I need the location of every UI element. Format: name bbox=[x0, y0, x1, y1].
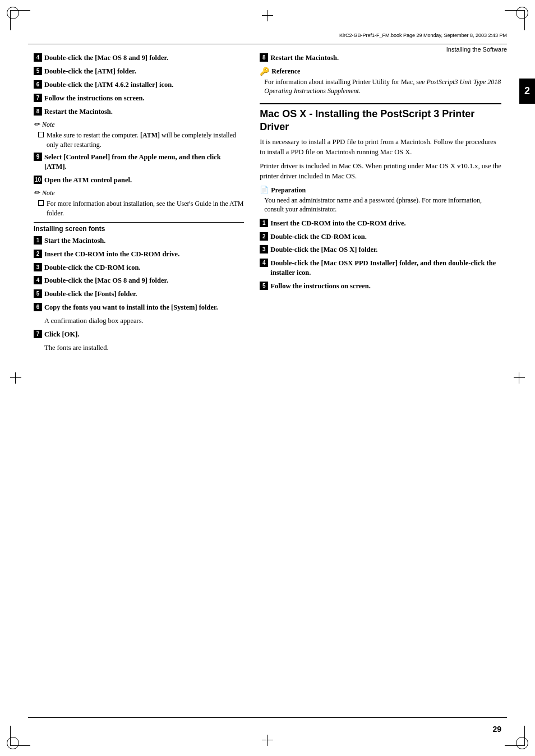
right-column: 8 Restart the Macintosh. 🔑 Reference For… bbox=[260, 53, 501, 357]
main-content: 4 Double-click the [Mac OS 8 and 9] fold… bbox=[34, 53, 501, 711]
bottom-rule bbox=[28, 717, 507, 718]
preparation-box: 📄 Preparation You need an administrator … bbox=[260, 186, 501, 214]
note-text-1: Make sure to restart the computer. [ATM]… bbox=[47, 131, 244, 149]
sf-step-num-2: 2 bbox=[34, 250, 42, 258]
step-text-4: Double-click the [Mac OS 8 and 9] folder… bbox=[44, 53, 168, 63]
doc-icon: 📄 bbox=[260, 186, 269, 195]
chapter-tab: 2 bbox=[519, 79, 535, 104]
left-column: 4 Double-click the [Mac OS 8 and 9] fold… bbox=[34, 53, 244, 357]
page: KirC2-GB-Pref1-F_FM.book Page 29 Monday,… bbox=[0, 0, 535, 756]
r-step-text-4: Double-click the [Mac OSX PPD Installer]… bbox=[270, 259, 501, 278]
note-label-2: Note bbox=[42, 189, 55, 197]
step-text-6: Double-click the [ATM 4.6.2 installer] i… bbox=[44, 80, 173, 90]
r-step-num-5: 5 bbox=[260, 282, 268, 290]
page-number: 29 bbox=[492, 725, 501, 734]
step-num-4: 4 bbox=[34, 53, 42, 62]
note-item-1: Make sure to restart the computer. [ATM]… bbox=[38, 131, 244, 149]
reference-box: 🔑 Reference For information about instal… bbox=[260, 67, 501, 95]
step-num-5: 5 bbox=[34, 67, 42, 75]
intro-para-2: Printer driver is included in Mac OS. Wh… bbox=[260, 162, 501, 181]
step-text-7: Follow the instructions on screen. bbox=[44, 94, 145, 103]
circle-mark-tl bbox=[7, 7, 19, 19]
sf-step-num-4: 4 bbox=[34, 276, 42, 284]
step-4: 4 Double-click the [Mac OS 8 and 9] fold… bbox=[34, 53, 244, 63]
section-heading: Mac OS X - Installing the PostScript 3 P… bbox=[260, 103, 501, 133]
note-label-1: Note bbox=[42, 121, 55, 129]
note-checkbox-2 bbox=[38, 200, 44, 206]
circle-mark-br bbox=[516, 737, 528, 749]
r-step-3: 3 Double-click the [Mac OS X] folder. bbox=[260, 245, 501, 255]
step-num-10: 10 bbox=[34, 176, 42, 184]
step-5: 5 Double-click the [ATM] folder. bbox=[34, 67, 244, 76]
step-num-6: 6 bbox=[34, 80, 42, 89]
sf-step-5: 5 Double-click the [Fonts] folder. bbox=[34, 289, 244, 299]
step-text-8: Restart the Macintosh. bbox=[44, 107, 113, 117]
step-num-7: 7 bbox=[34, 94, 42, 102]
circle-mark-tr bbox=[516, 7, 528, 19]
step-6: 6 Double-click the [ATM 4.6.2 installer]… bbox=[34, 80, 244, 90]
step-text-5: Double-click the [ATM] folder. bbox=[44, 67, 136, 76]
sf-step-text-4: Double-click the [Mac OS 8 and 9] folder… bbox=[44, 276, 168, 285]
r-step-num-1: 1 bbox=[260, 219, 268, 227]
step-num-9: 9 bbox=[34, 153, 42, 161]
sf-step-text-1: Start the Macintosh. bbox=[44, 236, 105, 246]
file-info: KirC2-GB-Pref1-F_FM.book Page 29 Monday,… bbox=[339, 33, 507, 38]
r-step-num-2: 2 bbox=[260, 232, 268, 241]
r-step-text-1: Insert the CD-ROM into the CD-ROM drive. bbox=[270, 219, 405, 228]
sf-step-text-3: Double-click the CD-ROM icon. bbox=[44, 263, 141, 273]
left-center-crosshair bbox=[10, 372, 21, 384]
screen-fonts-subheader: Installing screen fonts bbox=[34, 225, 244, 233]
sf-step-num-7: 7 bbox=[34, 330, 42, 338]
prep-title: 📄 Preparation bbox=[260, 186, 501, 195]
sf-step-num-3: 3 bbox=[34, 263, 42, 271]
step-8: 8 Restart the Macintosh. bbox=[34, 107, 244, 117]
r-step-text-8: Restart the Macintosh. bbox=[270, 53, 339, 63]
r-step-8: 8 Restart the Macintosh. bbox=[260, 53, 501, 63]
right-center-crosshair bbox=[514, 372, 525, 384]
note-title-1: ✏ Note bbox=[34, 120, 244, 129]
sf-step-6-sub: A confirmation dialog box appears. bbox=[44, 316, 244, 326]
r-step-num-8: 8 bbox=[260, 53, 268, 62]
key-icon: 🔑 bbox=[260, 67, 269, 76]
note-item-2: For more information about installation,… bbox=[38, 199, 244, 217]
reference-text: For information about installing Printer… bbox=[264, 77, 501, 95]
r-step-num-3: 3 bbox=[260, 245, 268, 253]
step-num-8: 8 bbox=[34, 107, 42, 116]
sf-step-text-5: Double-click the [Fonts] folder. bbox=[44, 289, 137, 299]
circle-mark-bl bbox=[7, 737, 19, 749]
reference-italic-text: PostScript3 Unit Type 2018 Operating Ins… bbox=[264, 78, 501, 95]
sf-step-3: 3 Double-click the CD-ROM icon. bbox=[34, 263, 244, 273]
step-7: 7 Follow the instructions on screen. bbox=[34, 94, 244, 103]
note-box-1: ✏ Note Make sure to restart the computer… bbox=[34, 120, 244, 149]
step-text-10: Open the ATM control panel. bbox=[44, 176, 132, 185]
r-step-text-3: Double-click the [Mac OS X] folder. bbox=[270, 245, 377, 255]
sf-step-num-1: 1 bbox=[34, 236, 42, 245]
sf-step-1: 1 Start the Macintosh. bbox=[34, 236, 244, 246]
intro-para-1: It is necessary to install a PPD file to… bbox=[260, 137, 501, 157]
note-checkbox-1 bbox=[38, 132, 44, 137]
bottom-center-crosshair bbox=[262, 735, 273, 746]
note-pencil-icon: ✏ bbox=[34, 120, 40, 129]
sf-step-text-7: Click [OK]. bbox=[44, 330, 80, 339]
reference-title: 🔑 Reference bbox=[260, 67, 501, 76]
note-title-2: ✏ Note bbox=[34, 188, 244, 197]
note-pencil-icon-2: ✏ bbox=[34, 188, 40, 197]
sf-step-2: 2 Insert the CD-ROM into the CD-ROM driv… bbox=[34, 250, 244, 259]
sf-step-num-6: 6 bbox=[34, 303, 42, 311]
r-step-2: 2 Double-click the CD-ROM icon. bbox=[260, 232, 501, 242]
page-header-text: Installing the Software bbox=[446, 46, 507, 53]
top-center-crosshair bbox=[262, 10, 273, 21]
header: KirC2-GB-Pref1-F_FM.book Page 29 Monday,… bbox=[28, 33, 507, 39]
sf-step-7-sub: The fonts are installed. bbox=[44, 343, 244, 353]
r-step-1: 1 Insert the CD-ROM into the CD-ROM driv… bbox=[260, 219, 501, 228]
prep-label: Preparation bbox=[271, 186, 306, 195]
note-text-2: For more information about installation,… bbox=[47, 199, 244, 217]
section-divider bbox=[34, 222, 244, 223]
sf-step-num-5: 5 bbox=[34, 289, 42, 298]
two-column-layout: 4 Double-click the [Mac OS 8 and 9] fold… bbox=[34, 53, 501, 357]
sf-step-text-6: Copy the fonts you want to install into … bbox=[44, 303, 218, 312]
step-text-9: Select [Control Panel] from the Apple me… bbox=[44, 153, 244, 172]
note-box-2: ✏ Note For more information about instal… bbox=[34, 188, 244, 217]
sf-step-7: 7 Click [OK]. bbox=[34, 330, 244, 339]
sf-step-6: 6 Copy the fonts you want to install int… bbox=[34, 303, 244, 312]
